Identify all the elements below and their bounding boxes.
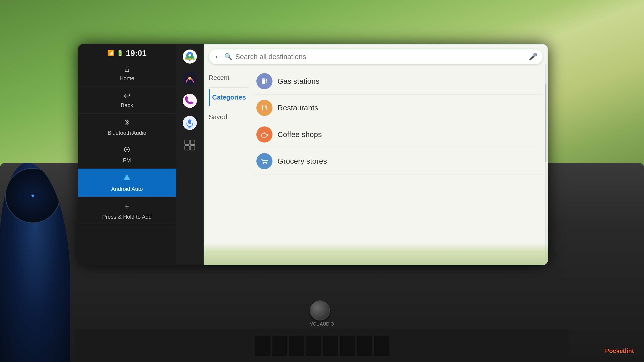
add-icon: +	[124, 202, 129, 212]
svg-point-6	[188, 77, 191, 80]
svg-marker-2	[123, 174, 130, 180]
quick-icon-phone[interactable]	[180, 91, 200, 111]
sidebar-item-home[interactable]: ⌂ Home	[78, 60, 176, 86]
content-area: Recent Categories Saved	[204, 67, 548, 265]
coffee-shops-icon	[256, 126, 272, 143]
dashboard-vents	[75, 329, 569, 362]
quick-icon-mic[interactable]	[180, 113, 200, 133]
vent-slot	[357, 336, 372, 356]
svg-rect-12	[185, 140, 189, 145]
vent-slot	[289, 336, 304, 356]
grocery-stores-name: Grocery stores	[278, 157, 327, 165]
time-display: 19:01	[126, 49, 147, 58]
places-list: Gas stations Restaurants	[254, 67, 543, 265]
steering-wheel-area: ●	[0, 163, 70, 362]
svg-point-1	[126, 149, 128, 150]
signal-icon: 📶	[107, 50, 114, 57]
divider-2	[209, 107, 249, 107]
place-item-coffee-shops[interactable]: Coffee shops	[254, 121, 543, 148]
quick-icon-app1[interactable]	[180, 69, 200, 89]
place-item-grocery-stores[interactable]: Grocery stores	[254, 148, 543, 174]
vent-slot	[323, 336, 338, 356]
svg-rect-15	[190, 146, 195, 150]
quick-icon-maps[interactable]	[180, 47, 200, 67]
volume-knob[interactable]	[310, 300, 330, 321]
vent-slot	[340, 336, 355, 356]
scroll-thumb[interactable]	[545, 84, 546, 162]
search-icon: 🔍	[224, 53, 232, 61]
sidebar-item-back[interactable]: ↩ Back	[78, 86, 176, 113]
place-item-restaurants[interactable]: Restaurants	[254, 95, 543, 121]
voice-search-button[interactable]: 🎤	[529, 53, 537, 61]
saved-label: Saved	[209, 109, 249, 125]
section-labels: Recent Categories Saved	[209, 67, 249, 265]
sidebar-item-bluetooth-audio[interactable]: Bluetooth Audio	[78, 114, 176, 141]
sidebar-item-android-auto[interactable]: Android Auto	[78, 169, 176, 197]
gas-stations-icon	[256, 73, 272, 89]
infotainment-screen: 📶 🔋 19:01 ⌂ Home ↩ Back Bluetooth Audio	[78, 44, 548, 265]
svg-point-23	[266, 163, 267, 164]
vent-slot	[255, 336, 270, 356]
restaurants-name: Restaurants	[278, 104, 318, 112]
vent-slot	[374, 336, 389, 356]
volume-label: VOL AUDIO	[310, 322, 334, 327]
speedometer: ●	[5, 168, 60, 223]
svg-rect-16	[262, 80, 265, 84]
quick-icons-panel	[176, 44, 204, 265]
svg-rect-9	[188, 119, 191, 124]
svg-point-18	[266, 79, 267, 80]
place-item-gas-stations[interactable]: Gas stations	[254, 68, 543, 95]
sidebar-item-add[interactable]: + Press & Hold to Add	[78, 197, 176, 225]
grocery-stores-icon	[256, 153, 272, 169]
back-label: Back	[121, 102, 133, 109]
svg-rect-17	[262, 78, 265, 80]
svg-rect-14	[185, 146, 189, 150]
restaurants-icon	[256, 100, 272, 116]
home-icon: ⌂	[124, 64, 129, 74]
divider-1	[209, 87, 249, 88]
gas-stations-name: Gas stations	[278, 77, 319, 85]
svg-point-22	[263, 163, 264, 164]
watermark: Pocketlint	[605, 347, 634, 354]
volume-control-area: VOL AUDIO	[310, 300, 334, 327]
search-back-button[interactable]: ←	[214, 53, 221, 61]
map-preview	[204, 243, 548, 265]
add-label: Press & Hold to Add	[102, 214, 152, 220]
watermark-suffix: lint	[625, 347, 634, 354]
battery-icon: 🔋	[117, 50, 123, 57]
svg-point-7	[183, 94, 197, 108]
sidebar-item-fm[interactable]: FM	[78, 141, 176, 168]
android-auto-icon	[122, 173, 131, 184]
search-input[interactable]	[235, 53, 526, 61]
fm-label: FM	[123, 157, 131, 164]
fm-icon	[123, 146, 131, 156]
quick-icon-grid[interactable]	[180, 135, 200, 155]
sidebar: 📶 🔋 19:01 ⌂ Home ↩ Back Bluetooth Audio	[78, 44, 176, 265]
svg-rect-13	[190, 140, 195, 145]
recent-label: Recent	[209, 69, 249, 86]
android-auto-label: Android Auto	[111, 186, 143, 192]
search-bar: ← 🔍 🎤	[209, 49, 543, 64]
bluetooth-icon	[123, 118, 131, 128]
scroll-indicator	[545, 67, 546, 260]
coffee-shops-name: Coffee shops	[278, 130, 322, 139]
maps-content: ← 🔍 🎤 Recent Categories Saved	[204, 44, 548, 265]
home-label: Home	[120, 75, 134, 82]
vent-slot	[306, 336, 321, 356]
categories-label[interactable]: Categories	[209, 89, 249, 106]
svg-rect-21	[262, 134, 266, 137]
vent-slot	[272, 336, 287, 356]
watermark-brand: Pocket	[605, 347, 625, 354]
back-icon: ↩	[124, 91, 130, 101]
bluetooth-audio-label: Bluetooth Audio	[108, 130, 146, 136]
status-bar: 📶 🔋 19:01	[78, 47, 176, 60]
